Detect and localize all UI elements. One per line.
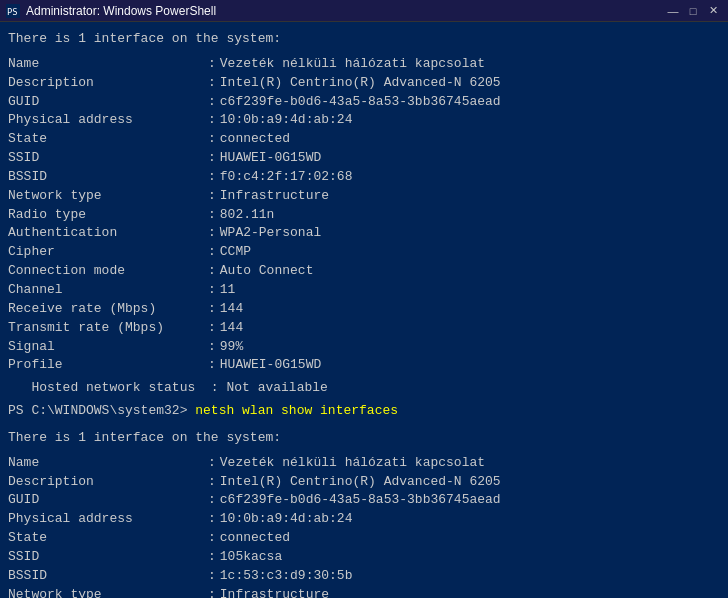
info-value: Infrastructure [220,586,329,598]
info-row: Connection mode : Auto Connect [8,262,720,281]
info-value: WPA2-Personal [220,224,321,243]
info-key: Radio type [8,206,208,225]
info-row: Profile : HUAWEI-0G15WD [8,356,720,375]
info-row: State : connected [8,130,720,149]
info-row: Radio type : 802.11n [8,206,720,225]
info-value: c6f239fe-b0d6-43a5-8a53-3bb36745aead [220,93,501,112]
powershell-icon: PS [6,4,20,18]
info-key: GUID [8,491,208,510]
info-row: Network type : Infrastructure [8,586,720,598]
info-value: 105kacsa [220,548,282,567]
info-key: Profile [8,356,208,375]
info-key: Description [8,74,208,93]
info-key: Name [8,55,208,74]
info-row: GUID : c6f239fe-b0d6-43a5-8a53-3bb36745a… [8,491,720,510]
section-header: There is 1 interface on the system: [8,30,720,49]
info-value: Intel(R) Centrino(R) Advanced-N 6205 [220,74,501,93]
info-row: Transmit rate (Mbps) : 144 [8,319,720,338]
info-key: Name [8,454,208,473]
title-bar-left: PS Administrator: Windows PowerShell [6,4,216,18]
info-value: 11 [220,281,236,300]
info-value: 99% [220,338,243,357]
info-key: Description [8,473,208,492]
info-key: Signal [8,338,208,357]
info-row: SSID : 105kacsa [8,548,720,567]
info-key: Transmit rate (Mbps) [8,319,208,338]
info-row: Signal : 99% [8,338,720,357]
info-key: Authentication [8,224,208,243]
info-key: State [8,529,208,548]
info-key: Channel [8,281,208,300]
info-row: Cipher : CCMP [8,243,720,262]
info-key: State [8,130,208,149]
info-value: connected [220,529,290,548]
info-row: Authentication : WPA2-Personal [8,224,720,243]
close-button[interactable]: ✕ [704,3,722,19]
title-bar: PS Administrator: Windows PowerShell — □… [0,0,728,22]
info-value: c6f239fe-b0d6-43a5-8a53-3bb36745aead [220,491,501,510]
info-value: Intel(R) Centrino(R) Advanced-N 6205 [220,473,501,492]
command-text: netsh wlan show interfaces [195,403,398,418]
minimize-button[interactable]: — [664,3,682,19]
info-value: CCMP [220,243,251,262]
terminal-output: There is 1 interface on the system: Name… [0,22,728,598]
info-value: 144 [220,300,243,319]
info-value: Vezeték nélküli hálózati kapcsolat [220,55,485,74]
info-value: f0:c4:2f:17:02:68 [220,168,353,187]
window-title: Administrator: Windows PowerShell [26,4,216,18]
hosted-status: Hosted network status : Not available [8,379,720,398]
info-key: Connection mode [8,262,208,281]
info-key: Cipher [8,243,208,262]
section-header: There is 1 interface on the system: [8,429,720,448]
info-value: HUAWEI-0G15WD [220,149,321,168]
info-key: Physical address [8,111,208,130]
info-row: Channel : 11 [8,281,720,300]
info-row: Physical address : 10:0b:a9:4d:ab:24 [8,510,720,529]
info-key: GUID [8,93,208,112]
info-value: Vezeték nélküli hálózati kapcsolat [220,454,485,473]
info-key: SSID [8,149,208,168]
window-controls: — □ ✕ [664,3,722,19]
info-value: 1c:53:c3:d9:30:5b [220,567,353,586]
info-row: Name : Vezeték nélküli hálózati kapcsola… [8,55,720,74]
info-key: BSSID [8,168,208,187]
info-row: BSSID : 1c:53:c3:d9:30:5b [8,567,720,586]
info-value: 802.11n [220,206,275,225]
info-key: Receive rate (Mbps) [8,300,208,319]
maximize-button[interactable]: □ [684,3,702,19]
command-prompt-1: PS C:\WINDOWS\system32> netsh wlan show … [8,402,720,421]
info-key: Physical address [8,510,208,529]
info-key: Network type [8,187,208,206]
info-row: State : connected [8,529,720,548]
info-row: Description : Intel(R) Centrino(R) Advan… [8,473,720,492]
info-row: SSID : HUAWEI-0G15WD [8,149,720,168]
info-key: BSSID [8,567,208,586]
info-value: 10:0b:a9:4d:ab:24 [220,111,353,130]
info-row: Description : Intel(R) Centrino(R) Advan… [8,74,720,93]
info-row: GUID : c6f239fe-b0d6-43a5-8a53-3bb36745a… [8,93,720,112]
info-row: Name : Vezeték nélküli hálózati kapcsola… [8,454,720,473]
info-value: connected [220,130,290,149]
info-value: Auto Connect [220,262,314,281]
svg-text:PS: PS [7,7,18,17]
info-value: 144 [220,319,243,338]
info-row: BSSID : f0:c4:2f:17:02:68 [8,168,720,187]
info-row: Network type : Infrastructure [8,187,720,206]
info-key: SSID [8,548,208,567]
info-row: Physical address : 10:0b:a9:4d:ab:24 [8,111,720,130]
info-key: Network type [8,586,208,598]
info-value: 10:0b:a9:4d:ab:24 [220,510,353,529]
info-value: Infrastructure [220,187,329,206]
info-row: Receive rate (Mbps) : 144 [8,300,720,319]
info-value: HUAWEI-0G15WD [220,356,321,375]
